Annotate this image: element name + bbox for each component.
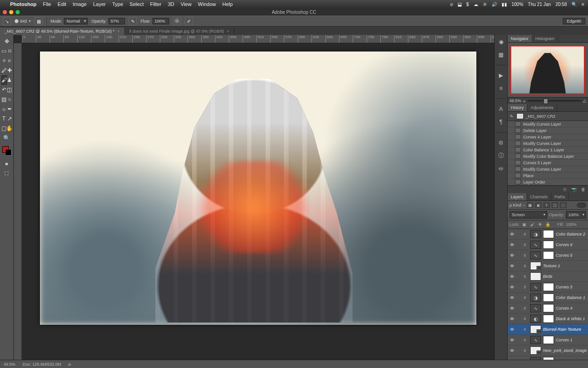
lock-all-icon[interactable]: 🔒 xyxy=(545,222,551,227)
layer-row[interactable]: 👁𝟠∿Curves 4 xyxy=(508,303,588,314)
layer-name[interactable]: New_york_stock_image xyxy=(543,348,587,353)
visibility-icon[interactable]: 👁 xyxy=(509,306,515,311)
link-icon[interactable]: 𝟠 xyxy=(524,264,528,268)
traffic-maximize[interactable] xyxy=(16,10,20,14)
filter-adj-icon[interactable]: ◐ xyxy=(535,202,542,208)
opacity-input[interactable]: 57% xyxy=(108,18,125,24)
visibility-icon[interactable]: 👁 xyxy=(509,285,515,290)
path-tool[interactable]: ↗ xyxy=(7,114,12,123)
blur-tool[interactable]: ○ xyxy=(7,95,12,104)
link-icon[interactable]: 𝟠 xyxy=(524,296,528,300)
visibility-icon[interactable]: 👁 xyxy=(509,316,515,322)
menu-type[interactable]: Type xyxy=(112,1,123,7)
ruler-vertical[interactable] xyxy=(14,43,22,360)
navigator-zoom[interactable]: 49.5% xyxy=(509,98,521,103)
gradient-tool[interactable]: ▤ xyxy=(1,95,7,104)
link-icon[interactable]: 𝟠 xyxy=(524,232,528,236)
color-swatches[interactable] xyxy=(2,146,11,155)
menu-select[interactable]: Select xyxy=(130,1,144,7)
heal-tool[interactable]: ✚ xyxy=(7,66,12,75)
layer-name[interactable]: Curves 6 xyxy=(556,242,587,247)
layer-name[interactable]: Curves 1 xyxy=(556,338,587,342)
pressure-size-icon[interactable]: ✐ xyxy=(185,17,193,25)
layers-tab[interactable]: Layers xyxy=(508,193,527,201)
airbrush-icon[interactable]: ⓐ xyxy=(173,17,181,25)
lock-pixels-icon[interactable]: 🖌 xyxy=(530,222,535,227)
filter-smart-icon[interactable]: ⬚ xyxy=(560,202,566,208)
history-item[interactable]: Modify Curves Layer xyxy=(508,166,588,172)
screenmode-tool[interactable]: ⛶ xyxy=(1,169,12,178)
history-brush-tool[interactable]: ↶ xyxy=(1,85,7,94)
visibility-icon[interactable]: 👁 xyxy=(509,232,515,237)
link-icon[interactable]: 𝟠 xyxy=(524,253,528,258)
history-item[interactable]: Layer Order xyxy=(508,179,588,185)
history-item[interactable]: Color Balance 1 Layer xyxy=(508,147,588,153)
link-icon[interactable]: 𝟠 xyxy=(524,243,528,247)
hand-tool[interactable]: ✋ xyxy=(7,124,12,133)
layer-row[interactable]: 👁𝟠◑Color Balance 1 xyxy=(508,293,588,303)
menu-help[interactable]: Help xyxy=(222,1,233,7)
link-icon[interactable]: 𝟠 xyxy=(524,349,528,353)
visibility-icon[interactable]: 👁 xyxy=(509,359,515,360)
ruler-horizontal[interactable]: 0306090120150180210240270300330360390420… xyxy=(22,35,494,43)
dropbox-icon[interactable]: ⬓ xyxy=(458,2,462,7)
visibility-icon[interactable]: 👁 xyxy=(509,274,515,279)
close-icon[interactable]: × xyxy=(117,29,119,34)
brush-panel-icon[interactable]: ▦ xyxy=(34,17,43,25)
history-newdoc-icon[interactable]: ⎘ xyxy=(561,187,568,192)
link-icon[interactable]: 𝟠 xyxy=(524,338,528,342)
menu-file[interactable]: File xyxy=(43,1,51,7)
adjustments-tab[interactable]: Adjustments xyxy=(527,104,557,111)
navigator-zoom-slider[interactable] xyxy=(527,100,581,102)
navigator-thumbnail[interactable] xyxy=(510,46,585,94)
status-zoom[interactable]: 49.5% xyxy=(4,362,16,367)
visibility-icon[interactable]: 👁 xyxy=(509,253,515,258)
menu-filter[interactable]: Filter xyxy=(150,1,161,7)
brush-picker[interactable]: 642▾ xyxy=(15,19,31,23)
crop-tool[interactable]: ⌗ xyxy=(7,56,12,65)
layer-name[interactable]: Black & White 1 xyxy=(556,316,587,321)
menu-layer[interactable]: Layer xyxy=(93,1,106,7)
dock-paragraph-icon[interactable]: ¶ xyxy=(497,118,506,126)
dock-swatches-icon[interactable]: ▦ xyxy=(497,51,506,59)
app-name[interactable]: Photoshop xyxy=(10,1,36,7)
edge-button[interactable]: Edge90 xyxy=(563,18,585,24)
menu-window[interactable]: Window xyxy=(198,1,216,7)
channels-tab[interactable]: Channels xyxy=(527,193,551,201)
history-item[interactable]: Delete Layer xyxy=(508,127,588,134)
spotlight-icon[interactable]: 🔍 xyxy=(571,2,577,7)
close-icon[interactable]: × xyxy=(227,29,229,34)
layer-name[interactable]: Color Balance 2 xyxy=(556,232,587,236)
canvas[interactable] xyxy=(40,52,476,325)
dock-brushes-icon[interactable]: ≡ xyxy=(497,84,506,92)
dock-info-icon[interactable]: ⓘ xyxy=(497,151,506,160)
layer-row[interactable]: 👁𝟠∿Curves 5 xyxy=(508,282,588,293)
link-icon[interactable]: 𝟠 xyxy=(524,359,528,360)
layer-row[interactable]: 👁𝟠Birds xyxy=(508,271,588,282)
visibility-icon[interactable]: 👁 xyxy=(509,327,515,332)
pressure-opacity-icon[interactable]: ✎ xyxy=(129,17,137,25)
move-tool[interactable]: ✥ xyxy=(1,37,12,46)
layer-row[interactable]: 👁𝟠◐Black & White 1 xyxy=(508,314,588,324)
paths-tab[interactable]: Paths xyxy=(551,193,569,201)
layer-name[interactable]: Color Balance 1 xyxy=(556,295,587,300)
filter-type-icon[interactable]: T xyxy=(543,202,550,208)
visibility-icon[interactable]: 👁 xyxy=(509,295,515,300)
eraser-tool[interactable]: ◫ xyxy=(7,85,12,94)
layer-name[interactable]: Curves 5 xyxy=(556,253,587,258)
dock-character-icon[interactable]: A xyxy=(497,105,506,113)
quickmask-tool[interactable]: ◙ xyxy=(1,159,12,168)
eyedropper-tool[interactable]: 🖉 xyxy=(1,66,7,75)
pen-tool[interactable]: ✒ xyxy=(7,104,12,114)
history-trash-icon[interactable]: 🗑 xyxy=(580,187,586,192)
cloud-icon[interactable]: ☁ xyxy=(474,2,478,7)
layer-name[interactable]: Curves 5 xyxy=(556,285,587,289)
visibility-icon[interactable]: 👁 xyxy=(509,264,515,269)
layer-name[interactable]: Birds xyxy=(543,274,587,279)
dock-clone-icon[interactable]: ⧉ xyxy=(497,138,506,147)
link-icon[interactable]: 𝟠 xyxy=(524,285,528,289)
history-item[interactable]: Modify Color Balance Layer xyxy=(508,153,588,160)
zoom-out-icon[interactable]: ▵ xyxy=(523,98,526,103)
layer-blend-dropdown[interactable]: Screen xyxy=(509,211,547,218)
menu-view[interactable]: View xyxy=(181,1,192,7)
